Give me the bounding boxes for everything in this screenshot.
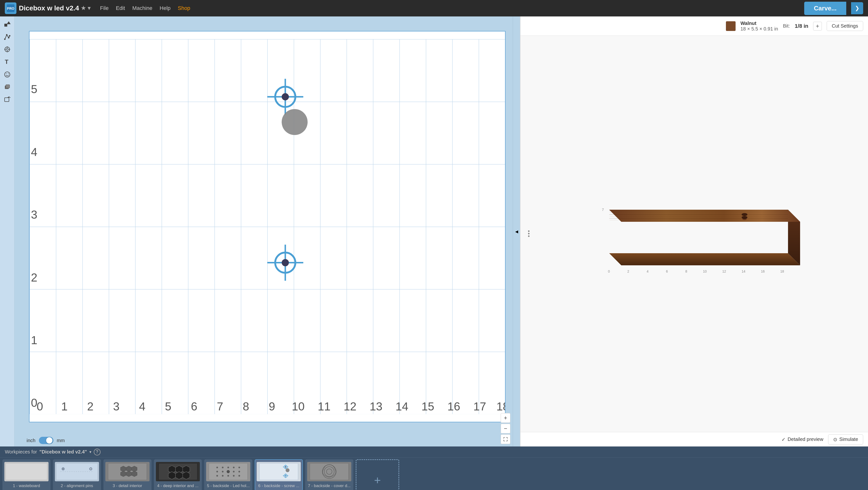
carve-button[interactable]: Carve... <box>804 2 846 15</box>
svg-point-111 <box>233 466 235 468</box>
bit-label: Bit: <box>783 23 790 29</box>
workpiece-1[interactable]: 1 - wasteboard <box>2 459 51 490</box>
svg-rect-135 <box>310 463 348 480</box>
add-material-button[interactable]: + <box>813 22 822 30</box>
canvas-area[interactable]: 0 1 2 3 4 5 6 7 8 9 10 11 12 13 14 15 16… <box>14 17 513 446</box>
logo-area: PRO Dicebox w led v2.4 ★ ▾ <box>5 2 90 14</box>
workpiece-2[interactable]: 2 - alignment pins <box>53 459 101 490</box>
zoom-out-button[interactable]: − <box>501 424 510 433</box>
workpiece-add[interactable]: + <box>356 459 399 490</box>
emoji-tool-button[interactable] <box>2 69 12 80</box>
workpiece-1-label: 1 - wasteboard <box>3 484 50 488</box>
svg-text:0: 0 <box>37 400 43 413</box>
workpieces-list: 1 - wasteboard 2 - alignment pins <box>0 458 868 490</box>
svg-text:2: 2 <box>31 271 37 284</box>
svg-text:7: 7 <box>217 400 223 413</box>
svg-text:6: 6 <box>191 400 197 413</box>
svg-point-108 <box>217 466 218 468</box>
workpiece-3[interactable]: 3 - detail interior <box>103 459 152 490</box>
menu-edit[interactable]: Edit <box>116 5 125 11</box>
3d-canvas[interactable]: ••• <box>521 36 868 432</box>
svg-point-69 <box>742 216 747 219</box>
main-area: T <box>0 17 868 446</box>
detailed-preview-toggle[interactable]: ✓ Detailed preview <box>781 437 823 442</box>
svg-text:PRO: PRO <box>7 6 14 10</box>
svg-marker-58 <box>609 253 800 265</box>
svg-marker-94 <box>131 466 137 471</box>
workpiece-4-label: 4 - deep interior and ... <box>154 484 202 488</box>
edit-nodes-tool-button[interactable] <box>2 31 12 42</box>
top-bar: PRO Dicebox w led v2.4 ★ ▾ File Edit Mac… <box>0 0 868 17</box>
design-grid[interactable]: 0 1 2 3 4 5 6 7 8 9 10 11 12 13 14 15 16… <box>29 31 505 422</box>
simulate-button[interactable]: ⊙ Simulate <box>828 434 863 444</box>
menu-help[interactable]: Help <box>160 5 170 11</box>
svg-text:10: 10 <box>292 400 305 413</box>
cut-settings-button[interactable]: Cut Settings <box>827 21 863 31</box>
svg-text:5: 5 <box>31 83 37 95</box>
panel-collapse-handle[interactable]: ◀ <box>513 17 520 446</box>
workpieces-title: Workpieces for <box>5 449 37 455</box>
svg-text:16: 16 <box>447 400 460 413</box>
menu-shop[interactable]: Shop <box>178 5 190 11</box>
svg-point-119 <box>222 475 224 477</box>
svg-rect-82 <box>6 463 47 480</box>
svg-text:0: 0 <box>31 396 37 409</box>
svg-text:2: 2 <box>627 269 629 273</box>
import-tool-button[interactable] <box>2 94 12 105</box>
svg-text:9: 9 <box>269 400 275 413</box>
workpieces-dropdown-icon[interactable]: ▾ <box>89 450 91 454</box>
svg-marker-96 <box>126 471 131 477</box>
star-icon[interactable]: ★ <box>81 5 86 11</box>
svg-text:8: 8 <box>685 269 687 273</box>
workpiece-4[interactable]: 4 - deep interior and ... <box>154 459 202 490</box>
workpieces-panel: Workpieces for "Dicebox w led v2.4" ▾ ? … <box>0 446 868 490</box>
app-logo[interactable]: PRO <box>5 2 17 14</box>
workpieces-project-name: "Dicebox w led v2.4" <box>39 449 87 455</box>
add-workpiece-icon: + <box>374 474 381 486</box>
svg-point-27 <box>282 93 289 100</box>
unit-toggle[interactable] <box>39 437 53 444</box>
collapse-arrow-icon: ◀ <box>515 229 518 234</box>
text-tool-button[interactable]: T <box>2 57 12 67</box>
material-swatch[interactable] <box>726 21 736 31</box>
unit-toggle-bar: inch mm <box>27 437 65 444</box>
svg-marker-97 <box>131 471 137 477</box>
svg-point-118 <box>217 475 218 477</box>
menu-machine[interactable]: Machine <box>132 5 152 11</box>
svg-text:3: 3 <box>31 208 37 221</box>
workpiece-2-label: 2 - alignment pins <box>53 484 100 488</box>
workpiece-5-label: 5 - backside - Led hol... <box>205 484 252 488</box>
workpiece-6[interactable]: 6 - backside - screw ... <box>255 459 303 490</box>
title-chevron-icon[interactable]: ▾ <box>88 5 90 11</box>
svg-marker-103 <box>168 471 176 479</box>
workpiece-6-label: 6 - backside - screw ... <box>255 484 302 488</box>
svg-marker-95 <box>121 471 126 477</box>
workpieces-header: Workpieces for "Dicebox w led v2.4" ▾ ? <box>0 446 868 458</box>
zoom-in-button[interactable]: + <box>501 413 510 423</box>
svg-text:6: 6 <box>666 269 668 273</box>
workpieces-help-button[interactable]: ? <box>94 449 100 455</box>
carve-chevron-button[interactable]: ❯ <box>851 2 863 14</box>
svg-point-32 <box>282 259 289 266</box>
fit-to-screen-button[interactable] <box>501 434 510 444</box>
workpiece-5[interactable]: 5 - backside - Led hol... <box>204 459 252 490</box>
svg-point-4 <box>4 38 5 40</box>
svg-text:18: 18 <box>780 269 784 273</box>
svg-marker-104 <box>176 471 183 479</box>
workpiece-7[interactable]: 7 - backside - cover d... <box>305 459 353 490</box>
svg-text:3: 3 <box>113 400 120 413</box>
svg-rect-23 <box>29 39 505 414</box>
target-tool-button[interactable] <box>2 44 12 55</box>
top-menu: File Edit Machine Help Shop <box>100 5 190 11</box>
svg-point-113 <box>217 471 218 472</box>
3d-tool-button[interactable] <box>2 82 12 92</box>
three-dot-menu[interactable]: ••• <box>525 230 532 237</box>
menu-file[interactable]: File <box>100 5 108 11</box>
svg-text:T: T <box>5 59 8 65</box>
3d-preview-footer: ✓ Detailed preview ⊙ Simulate <box>521 432 868 446</box>
svg-point-109 <box>222 466 224 468</box>
shapes-tool-button[interactable] <box>2 19 12 29</box>
svg-text:1: 1 <box>31 334 37 347</box>
svg-point-122 <box>239 475 240 477</box>
simulate-circle-icon: ⊙ <box>833 437 837 442</box>
